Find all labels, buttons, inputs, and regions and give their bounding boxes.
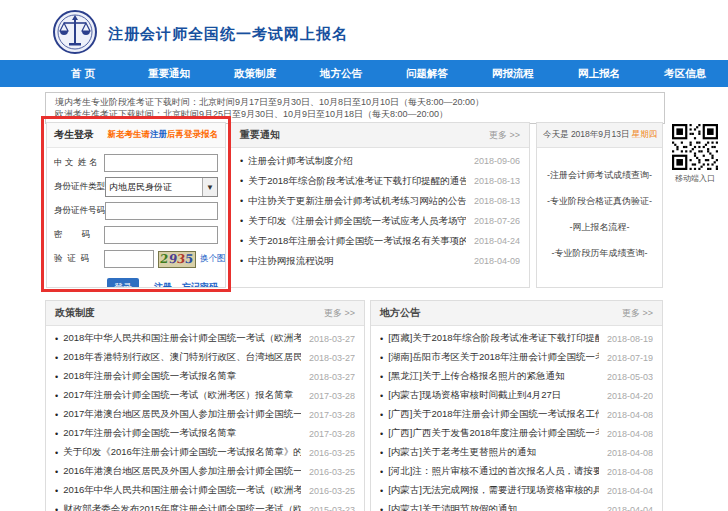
announcement-link[interactable]: [内蒙古]无法完成网报，需要进行现场资格审核的具体通知	[388, 484, 599, 497]
list-item: •关于印发《2016年注册会计师全国统一考试报名简章》的通...2016-03-…	[55, 443, 355, 462]
nav-item-home[interactable]: 首 页	[40, 67, 126, 81]
list-item: •2017年注册会计师全国统一考试报名简章2017-03-28	[55, 424, 355, 443]
important-notices-list: •注册会计师考试制度介绍2018-09-06•关于2018年综合阶段考试准考证下…	[231, 151, 529, 271]
id-number-input[interactable]	[105, 202, 218, 220]
nav-item-faq[interactable]: 问题解答	[384, 67, 470, 81]
register-inline-link[interactable]: 注册	[150, 129, 167, 139]
announcement-date: 2018-05-03	[607, 372, 653, 382]
captcha-input[interactable]	[104, 250, 154, 268]
announcement-link[interactable]: 2018年香港特别行政区、澳门特别行政区、台湾地区居民及...	[63, 351, 301, 364]
captcha-image[interactable]: 2935	[158, 251, 196, 268]
password-input[interactable]	[104, 226, 218, 244]
nav-item-important-notices[interactable]: 重要通知	[126, 67, 212, 81]
bullet-icon: •	[55, 429, 58, 439]
announcement-link[interactable]: 财政部考委会发布2015年度注册会计师全国统一考试（欧洲...	[63, 503, 301, 511]
bullet-icon: •	[240, 156, 243, 166]
quick-link-2[interactable]: -专业阶段合格证真伪验证-	[547, 195, 652, 208]
announcement-date: 2017-03-28	[309, 391, 355, 401]
name-input[interactable]	[104, 154, 218, 172]
nav-item-online-signup[interactable]: 网上报名	[556, 67, 642, 81]
local-announcements-more-link[interactable]: 更多 >>	[622, 307, 653, 320]
announcement-link[interactable]: 关于2018年注册会计师全国统一考试报名有关事项的提示	[248, 235, 466, 248]
local-announcements-list: •[西藏]关于2018年综合阶段考试准考证下载打印提醒的通...2018-08-…	[371, 329, 662, 511]
announcement-link[interactable]: 2017年注册会计师全国统一考试（欧洲考区）报名简章	[63, 389, 301, 402]
list-item: •2017年港澳台地区居民及外国人参加注册会计师全国统一考...2017-03-…	[55, 405, 355, 424]
announcement-date: 2017-03-28	[309, 429, 355, 439]
bullet-icon: •	[55, 505, 58, 511]
announcement-link[interactable]: 关于印发《注册会计师全国统一考试应考人员考场守则》的通知	[248, 215, 466, 228]
announcement-date: 2018-04-04	[607, 505, 653, 511]
announcement-date: 2016-03-25	[309, 486, 355, 496]
announcement-date: 2018-04-20	[607, 391, 653, 401]
chevron-down-icon[interactable]: ▼	[202, 178, 217, 196]
list-item: •2018年中华人民共和国注册会计师全国统一考试（欧洲考区...2018-03-…	[55, 329, 355, 348]
announcement-link[interactable]: 关于印发《2016年注册会计师全国统一考试报名简章》的通...	[63, 446, 301, 459]
list-item: •[河北]注：照片审核不通过的首次报名人员，请按要求重新上...2018-04-…	[380, 462, 653, 481]
quick-links: -注册会计师考试成绩查询--专业阶段合格证真伪验证--网上报名流程--专业阶段历…	[537, 148, 662, 273]
forgot-password-link[interactable]: 忘记密码	[182, 281, 218, 289]
list-item: •关于2018年综合阶段考试准考证下载打印提醒的通告2018-08-13	[240, 171, 520, 191]
announcement-link[interactable]: 2018年中华人民共和国注册会计师全国统一考试（欧洲考区...	[63, 332, 301, 345]
announcement-date: 2018-04-08	[607, 429, 653, 439]
announcement-date: 2018-04-08	[607, 448, 653, 458]
announcement-link[interactable]: [内蒙古]关于清明节放假的通知	[388, 503, 599, 511]
bullet-icon: •	[380, 429, 383, 439]
bullet-icon: •	[55, 353, 58, 363]
announcement-link[interactable]: 2017年港澳台地区居民及外国人参加注册会计师全国统一考...	[63, 408, 301, 421]
bullet-icon: •	[380, 353, 383, 363]
nav-item-exam-districts[interactable]: 考区信息	[642, 67, 728, 81]
announcement-link[interactable]: [内蒙古]关于老考生更替照片的通知	[388, 446, 599, 459]
announcement-date: 2018-04-24	[474, 236, 520, 246]
important-notices-more-link[interactable]: 更多 >>	[489, 129, 520, 142]
bullet-icon: •	[55, 391, 58, 401]
list-item: •[广西]广西关于发售2018年度注册会计师全国统一考试辅...2018-04-…	[380, 424, 653, 443]
notice-line-2: 欧洲考生准考证下载时间：北京时间9月25日至9月30日、10月9日至10月18日…	[55, 108, 655, 120]
nav-item-policies[interactable]: 政策制度	[212, 67, 298, 81]
login-title: 考生登录	[54, 128, 94, 142]
announcement-link[interactable]: 2016年港澳台地区居民及外国人参加注册会计师全国统一考...	[63, 465, 301, 478]
register-link[interactable]: 注册	[154, 281, 172, 289]
quick-link-3[interactable]: -网上报名流程-	[570, 221, 630, 234]
important-notices-header: 重要通知 更多 >>	[231, 123, 529, 148]
announcement-date: 2018-07-19	[607, 353, 653, 363]
nav-item-local-announcements[interactable]: 地方公告	[298, 67, 384, 81]
announcement-link[interactable]: [河北]注：照片审核不通过的首次报名人员，请按要求重新上...	[388, 465, 599, 478]
announcement-link[interactable]: 注册会计师考试制度介绍	[248, 155, 466, 168]
announcement-link[interactable]: 2016年中华人民共和国注册会计师全国统一考试（欧洲考区...	[63, 484, 301, 497]
nav-item-process[interactable]: 网报流程	[470, 67, 556, 81]
policies-more-link[interactable]: 更多 >>	[324, 307, 355, 320]
policies-panel: 政策制度 更多 >> •2018年中华人民共和国注册会计师全国统一考试（欧洲考区…	[45, 300, 365, 511]
password-label: 密 码	[54, 229, 104, 241]
captcha-refresh-link[interactable]: 换个图片	[200, 253, 226, 265]
announcement-link[interactable]: [湖南]岳阳市考区关于2018年注册会计师全国统一考试专...	[388, 351, 599, 364]
announcement-link[interactable]: [内蒙古]现场资格审核时间截止到4月27日	[388, 389, 599, 402]
cicpa-logo-icon	[52, 9, 98, 55]
announcement-link[interactable]: 中注协关于更新注册会计师考试机考练习网站的公告	[248, 195, 466, 208]
quick-link-4[interactable]: -专业阶段历年成绩查询-	[552, 247, 648, 260]
bullet-icon: •	[380, 334, 383, 344]
id-type-selected-value: 内地居民身份证	[106, 181, 202, 194]
login-hint: 新老考生请注册后再登录报名	[108, 129, 219, 141]
bullet-icon: •	[380, 505, 383, 511]
bullet-icon: •	[240, 256, 243, 266]
announcement-link[interactable]: 关于2018年综合阶段考试准考证下载打印提醒的通告	[248, 175, 466, 188]
login-button[interactable]: 登录	[107, 278, 139, 288]
announcement-link[interactable]: [黑龙江]关于上传合格报名照片的紧急通知	[388, 370, 599, 383]
announcement-link[interactable]: [西藏]关于2018年综合阶段考试准考证下载打印提醒的通...	[388, 332, 599, 345]
announcement-date: 2018-04-04	[607, 486, 653, 496]
announcement-link[interactable]: [广西]广西关于发售2018年度注册会计师全国统一考试辅...	[388, 427, 599, 440]
announcement-link[interactable]: 中注协网报流程说明	[248, 255, 466, 268]
id-number-label: 身份证件号码	[54, 205, 105, 217]
bullet-icon: •	[240, 176, 243, 186]
main-nav: 首 页重要通知政策制度地方公告问题解答网报流程网上报名考区信息	[0, 60, 728, 87]
announcement-date: 2018-04-08	[607, 410, 653, 420]
announcement-date: 2018-08-13	[474, 196, 520, 206]
announcement-link[interactable]: 2017年注册会计师全国统一考试报名简章	[63, 427, 301, 440]
announcement-date: 2017-03-28	[309, 410, 355, 420]
list-item: •注册会计师考试制度介绍2018-09-06	[240, 151, 520, 171]
quick-link-1[interactable]: -注册会计师考试成绩查询-	[547, 169, 652, 182]
announcement-link[interactable]: 2018年注册会计师全国统一考试报名简章	[63, 370, 301, 383]
id-type-select[interactable]: 内地居民身份证 ▼	[105, 177, 218, 197]
list-item: •2016年港澳台地区居民及外国人参加注册会计师全国统一考...2016-03-…	[55, 462, 355, 481]
announcement-link[interactable]: [广西]关于2018年注册会计师全国统一考试报名工作有关...	[388, 408, 599, 421]
